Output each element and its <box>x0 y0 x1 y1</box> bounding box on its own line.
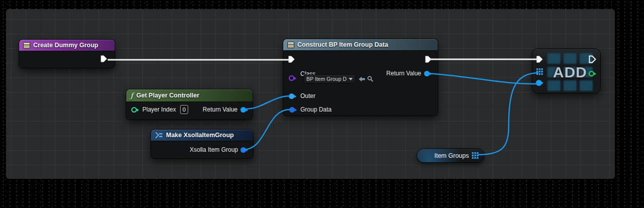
add-node-title: ADD <box>547 53 593 91</box>
node-title: Construct BP Item Group Data <box>297 41 388 48</box>
player-index-pin[interactable] <box>131 107 137 113</box>
return-value-pin[interactable] <box>424 71 430 76</box>
exec-out-pin[interactable] <box>425 55 432 63</box>
exec-out-pin[interactable] <box>100 55 108 63</box>
new-item-pin[interactable] <box>536 80 542 86</box>
node-header: Construct BP Item Group Data <box>283 39 438 50</box>
group-data-pin[interactable] <box>289 107 295 113</box>
outer-pin[interactable] <box>289 93 294 99</box>
xsolla-item-group-label: Xsolla Item Group <box>190 146 238 153</box>
node-header: Make XsollaItemGroup <box>151 130 253 141</box>
group-data-pin-label: Group Data <box>300 106 332 113</box>
class-select[interactable]: BP Item Group Data <box>303 74 356 83</box>
node-title: Get Player Controller <box>136 92 199 99</box>
node-make-xsolla-item-group[interactable]: Make XsollaItemGroup Xsolla Item Group <box>151 130 253 158</box>
return-value-pin[interactable] <box>240 107 246 113</box>
return-value-label: Return Value <box>386 70 421 77</box>
node-array-add[interactable]: ADD <box>532 49 600 93</box>
target-array-pin[interactable] <box>536 68 543 75</box>
exec-out-pin[interactable] <box>589 55 596 63</box>
node-header: ƒ Get Player Controller <box>126 89 253 101</box>
outer-pin-label: Outer <box>300 92 315 99</box>
crate-icon <box>23 42 30 49</box>
node-get-player-controller[interactable]: ƒ Get Player Controller Player Index 0 R… <box>126 89 253 120</box>
node-item-groups-variable[interactable]: Item Groups <box>417 149 484 162</box>
blueprint-graph-screenshot: { "graph": { "grid_bg": "#2a2b2c", "mino… <box>0 0 644 208</box>
exec-in-pin[interactable] <box>536 55 543 63</box>
return-value-label: Return Value <box>203 106 237 113</box>
browse-magnifier-icon[interactable] <box>367 76 373 82</box>
dropdown-caret-icon <box>349 78 353 80</box>
use-selected-arrow-icon[interactable] <box>359 76 365 82</box>
item-groups-array-pin[interactable] <box>472 152 478 159</box>
function-icon: ƒ <box>130 91 133 99</box>
node-title: Make XsollaItemGroup <box>166 132 234 139</box>
node-title: Create Dummy Group <box>33 42 98 49</box>
class-pin[interactable] <box>289 75 294 81</box>
class-select-value: BP Item Group Data <box>306 76 347 82</box>
node-create-dummy-group[interactable]: Create Dummy Group <box>19 40 115 68</box>
player-index-input[interactable]: 0 <box>180 105 188 114</box>
make-struct-icon <box>155 132 163 138</box>
exec-in-pin[interactable] <box>288 55 295 63</box>
index-out-pin[interactable] <box>589 71 594 76</box>
xsolla-item-group-pin[interactable] <box>240 147 246 153</box>
crate-icon <box>287 42 294 48</box>
item-groups-label: Item Groups <box>434 152 469 159</box>
node-construct-bp-item-group-data[interactable]: Construct BP Item Group Data Class BP It… <box>283 39 438 116</box>
player-index-label: Player Index <box>142 106 176 113</box>
node-header: Create Dummy Group <box>19 40 115 51</box>
